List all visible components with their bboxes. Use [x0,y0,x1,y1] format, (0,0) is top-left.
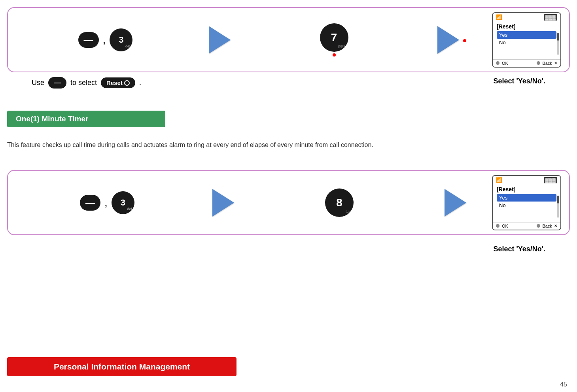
comma-top: , [103,34,106,46]
battery-icon-top: ▓▓▓ [544,14,557,21]
dot-red-top [333,53,336,57]
use-select-text: Use — to select Reset . [32,77,141,89]
arrow2-bottom [445,189,466,217]
step3-key-bottom: 8 tuv [248,188,431,217]
num8-container: 8 tuv [325,188,354,217]
phone-screen-bottom: 📶 ▓▓▓ [Reset] Yes No OK Bac [492,175,561,230]
arrow-right-2-icon [437,26,459,54]
phone-screen-bottom-container: 📶 ▓▓▓ [Reset] Yes No OK Bac [492,175,561,230]
menu-title-top: [Reset] [497,23,556,30]
bottom-bar-top: OK Back ✕ [493,59,560,67]
dot-red-arrow-top [463,39,466,42]
use-label: Use [32,79,44,87]
back-dot-top [537,61,540,65]
ok-button-bottom: OK [496,224,508,228]
side-scroll-top [557,33,559,55]
num7-container: 7 pqrs [320,23,348,57]
ok-button-top: OK [496,61,508,66]
back-button-top: Back ✕ [537,61,557,66]
scroll-thumb-bottom [557,196,559,204]
num7-key: 7 pqrs [320,23,348,52]
dash-key-inline: — [48,77,66,89]
page-number: 45 [560,381,567,388]
menu-title-bottom: [Reset] [497,186,556,192]
num8-key: 8 tuv [325,188,354,217]
arrow-right-icon [209,26,231,54]
scroll-thumb-top [557,33,559,41]
arrow1-bottom [212,189,234,217]
back-button-bottom: Back ✕ [537,224,557,228]
arrow-right-bottom-1-icon [212,189,234,217]
reset-badge: Reset [101,77,135,88]
ok-dot-bottom [496,224,499,228]
side-scroll-bottom [557,196,559,218]
dash-key-top: — [78,32,99,48]
battery-icon-bottom: ▓▓▓ [544,177,557,183]
to-select-label: to select [70,79,97,87]
no-item-top: No [497,39,556,46]
bottom-instruction-box: — , 3 def 8 tuv 📶 ▓▓▓ [Reset] [7,170,570,235]
reset-circle-icon [124,80,130,86]
period-label: . [139,79,141,87]
status-bar-bottom: 📶 ▓▓▓ [493,176,560,185]
step3-key-top: 7 pqrs [244,23,424,57]
signal-icon-top: 📶 [496,14,502,20]
arrow-right-bottom-2-icon [445,189,466,217]
yes-item-bottom: Yes [497,194,556,202]
select-yesno-text-2: Select 'Yes/No'. [493,245,545,253]
instruction-text-1: Use — to select Reset . Select 'Yes/No'. [0,77,577,89]
feature-description: This feature checks up call time during … [7,140,570,150]
ok-dot-top [496,61,499,65]
dash-key-bottom: — [80,195,100,211]
bottom-bar-bottom: OK Back ✕ [493,222,560,230]
signal-icon-bottom: 📶 [496,177,502,183]
num3-key-top: 3 def [110,28,132,51]
arrow2-top [437,26,466,54]
phone-screen-top: 📶 ▓▓▓ [Reset] Yes No OK Bac [492,12,561,68]
menu-content-bottom: [Reset] Yes No [493,185,560,211]
menu-content-top: [Reset] Yes No [493,22,560,48]
back-x-icon: ✕ [554,61,557,65]
back-x-bottom-icon: ✕ [554,224,557,228]
no-item-bottom: No [497,202,556,209]
arrow1-top [209,26,231,54]
step1-keys: — , 3 def [16,28,195,51]
back-dot-bottom [537,224,540,228]
comma-bottom: , [104,196,108,209]
num3-key-bottom: 3 def [112,191,134,214]
step1-keys-bottom: — , 3 def [16,191,199,214]
section-header-pim: Personal Information Management [7,357,236,376]
status-bar-top: 📶 ▓▓▓ [493,13,560,22]
select-yesno-text-1: Select 'Yes/No'. [493,77,545,85]
top-instruction-box: — , 3 def 7 pqrs 📶 ▓▓▓ [7,7,570,72]
phone-screen-top-container: 📶 ▓▓▓ [Reset] Yes No OK Bac [492,12,561,68]
section-header-timer: One(1) Minute Timer [7,111,165,127]
yes-item-top: Yes [497,31,556,39]
